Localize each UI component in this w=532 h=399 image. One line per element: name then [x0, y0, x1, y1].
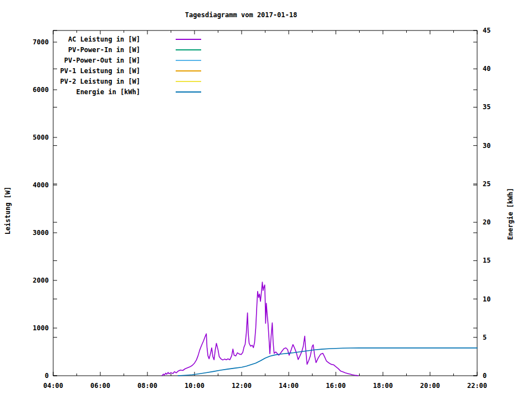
- legend-label-pv2-leistung: PV-2 Leistung in [W]: [33, 77, 140, 86]
- legend-line-sample-ac-leistung: [176, 39, 201, 40]
- y2-tick-label: 40: [483, 65, 490, 73]
- x-tick-label: 18:00: [373, 382, 393, 390]
- x-tick-label: 12:00: [232, 382, 252, 390]
- y2-tick-label: 30: [483, 142, 490, 150]
- y-axis-label: Leistung [W]: [3, 155, 12, 266]
- legend-label-energie: Energie in [kWh]: [33, 88, 140, 96]
- x-tick-label: 06:00: [90, 382, 110, 390]
- x-tick-label: 08:00: [137, 382, 157, 390]
- legend-line-sample-pv2-leistung: [176, 81, 201, 82]
- y-tick-label: 1000: [33, 324, 49, 332]
- legend-label-pv1-leistung: PV-1 Leistung in [W]: [33, 66, 140, 75]
- y2-tick-label: 20: [483, 218, 490, 226]
- legend-line-sample-pv-power-in: [176, 49, 201, 50]
- y-tick-label: 2000: [33, 277, 49, 284]
- y2-tick-label: 15: [483, 257, 490, 264]
- y-tick-label: 5000: [33, 134, 49, 141]
- legend-line-sample-pv1-leistung: [176, 70, 201, 71]
- x-tick-label: 22:00: [467, 382, 487, 390]
- y2-tick-label: 25: [483, 180, 490, 188]
- y2-tick-label: 35: [483, 103, 490, 111]
- legend-line-sample-energie: [176, 91, 201, 93]
- y2-axis-label: Energie [kWh]: [506, 158, 515, 269]
- y2-tick-label: 45: [483, 27, 490, 34]
- legend-label-pv-power-out: PV-Power-Out in [W]: [33, 56, 140, 65]
- y-tick-label: 0: [45, 372, 49, 380]
- x-tick-label: 04:00: [43, 382, 63, 390]
- x-tick-label: 20:00: [420, 382, 440, 390]
- legend-line-sample-pv-power-out: [176, 60, 201, 61]
- y2-tick-label: 5: [483, 334, 487, 341]
- chart-page: 04:0006:0008:0010:0012:0014:0016:0018:00…: [0, 0, 532, 399]
- y-tick-label: 4000: [33, 181, 49, 189]
- x-tick-label: 14:00: [279, 382, 299, 390]
- legend-label-ac-leistung: AC Leistung in [W]: [33, 35, 140, 44]
- legend-label-pv-power-in: PV-Power-In in [W]: [33, 45, 140, 54]
- y2-tick-label: 0: [483, 372, 487, 380]
- chart-title: Tagesdiagramm vom 2017-01-18: [185, 11, 297, 19]
- ac-leistung-line: [162, 282, 358, 376]
- y-tick-label: 3000: [33, 229, 49, 237]
- x-tick-label: 16:00: [326, 382, 346, 390]
- y2-tick-label: 10: [483, 295, 490, 303]
- x-tick-label: 10:00: [185, 382, 204, 390]
